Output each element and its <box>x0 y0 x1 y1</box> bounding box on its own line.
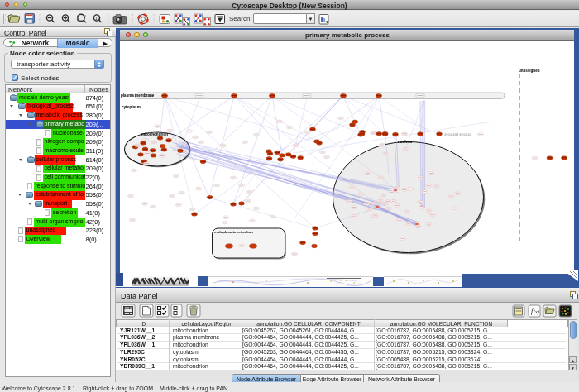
svg-text:nucleus: nucleus <box>398 140 413 144</box>
svg-text:mitochondrion: mitochondrion <box>141 132 168 136</box>
svg-text:plasma membrane: plasma membrane <box>121 93 155 98</box>
svg-text:1:1: 1:1 <box>95 17 101 21</box>
svg-text:(x): (x) <box>534 309 539 315</box>
svg-text:cytoplasm: cytoplasm <box>122 105 141 109</box>
svg-text:unassigned: unassigned <box>519 69 540 73</box>
svg-text:endoplasmic reticulum: endoplasmic reticulum <box>214 230 253 234</box>
svg-text:GO:0044464 GO:00444: GO:0044464 GO:00444 <box>444 133 471 136</box>
